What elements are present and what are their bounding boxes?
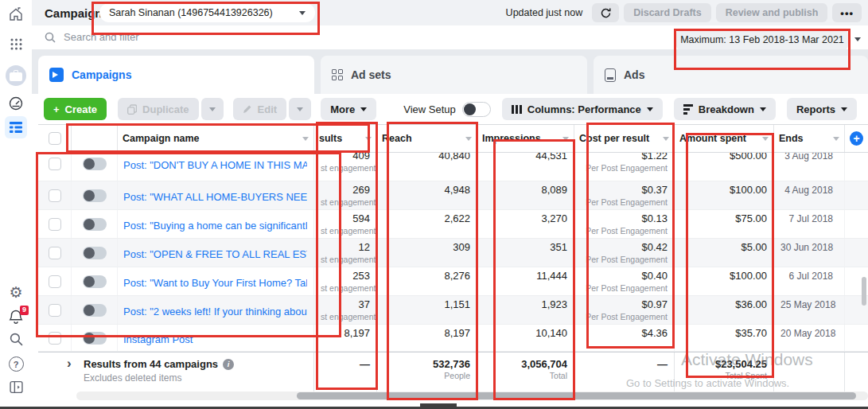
horizontal-scrollbar-thumb[interactable] bbox=[297, 392, 856, 399]
table-body: Post: "DON'T BUY A HOME IN THIS MARKET,.… bbox=[38, 153, 868, 352]
add-column-button[interactable]: + bbox=[845, 125, 868, 152]
campaign-name-link[interactable]: Post: "Buying a home can be significantl… bbox=[123, 220, 307, 232]
view-setup-toggle[interactable] bbox=[462, 102, 491, 117]
cost-type-label: Per Post Engagement bbox=[581, 225, 668, 236]
help-icon[interactable]: ? bbox=[0, 356, 32, 372]
column-header-reach[interactable]: Reach bbox=[377, 125, 477, 152]
campaign-name-link[interactable]: Post: "Want to Buy Your First Home? Take… bbox=[123, 277, 307, 289]
row-checkbox[interactable] bbox=[49, 275, 61, 288]
gauge-icon[interactable] bbox=[0, 95, 32, 111]
campaign-name-link[interactable]: Post: "WHAT ALL HOME-BUYERS NEED TO K... bbox=[123, 191, 307, 203]
select-all-checkbox[interactable] bbox=[49, 132, 61, 145]
sidebar-search-icon[interactable] bbox=[0, 333, 32, 346]
row-checkbox[interactable] bbox=[49, 247, 61, 259]
reports-button[interactable]: Reports bbox=[787, 98, 857, 120]
duplicate-button[interactable]: Duplicate bbox=[118, 98, 199, 120]
columns-button[interactable]: Columns: Performance bbox=[502, 98, 663, 120]
add-column-icon: + bbox=[850, 131, 863, 146]
campaign-name-link[interactable]: Post: "2 weeks left! If your thinking ab… bbox=[123, 306, 307, 317]
results-value: 37 bbox=[321, 298, 370, 311]
sort-icon bbox=[562, 137, 569, 141]
search-filter-input[interactable]: Search and filter bbox=[45, 31, 139, 43]
refresh-button[interactable] bbox=[592, 3, 619, 22]
results-type-label: st engagements bbox=[321, 254, 370, 265]
horizontal-scrollbar[interactable] bbox=[76, 391, 868, 400]
columns-icon bbox=[512, 105, 522, 114]
info-icon[interactable]: i bbox=[223, 359, 234, 370]
edit-menu-button[interactable] bbox=[289, 98, 311, 120]
apps-grid-icon[interactable] bbox=[0, 38, 32, 50]
campaign-name-link[interactable]: Post: "OPEN & FREE TO ALL REAL ESTATE A.… bbox=[123, 248, 307, 260]
reach-total: 532,736 bbox=[383, 358, 470, 371]
updated-status: Updated just now bbox=[506, 7, 583, 18]
results-value: 409 bbox=[321, 153, 370, 162]
campaign-active-toggle[interactable] bbox=[83, 247, 107, 259]
create-button[interactable]: + Create bbox=[44, 98, 107, 120]
campaign-active-toggle[interactable] bbox=[83, 218, 107, 231]
column-header-campaign-name[interactable]: Campaign name bbox=[118, 125, 314, 152]
notifications-bell-icon[interactable]: 9 bbox=[0, 309, 32, 328]
home-icon[interactable] bbox=[0, 6, 32, 22]
caret-down-icon bbox=[841, 107, 847, 111]
row-checkbox[interactable] bbox=[49, 218, 61, 231]
more-options-button[interactable]: ••• bbox=[832, 3, 862, 22]
caret-down-icon bbox=[360, 107, 367, 111]
row-checkbox[interactable] bbox=[49, 158, 61, 170]
vertical-scrollbar-thumb[interactable] bbox=[862, 277, 866, 306]
column-header-cost-per-result[interactable]: Cost per result bbox=[574, 125, 675, 152]
caret-down-icon bbox=[647, 107, 653, 111]
row-checkbox[interactable] bbox=[49, 189, 61, 202]
breakdown-button[interactable]: Breakdown bbox=[674, 98, 776, 120]
campaign-active-toggle[interactable] bbox=[83, 304, 107, 317]
date-range-selector[interactable]: Maximum: 13 Feb 2018-13 Mar 2021 bbox=[676, 29, 848, 50]
tab-ads[interactable]: Ads bbox=[594, 56, 868, 94]
campaign-active-toggle[interactable] bbox=[83, 189, 107, 202]
campaign-name-link[interactable]: Instagram Post bbox=[123, 333, 307, 345]
tab-campaigns[interactable]: Campaigns bbox=[38, 56, 314, 94]
sort-icon bbox=[833, 137, 839, 141]
tab-ad-sets[interactable]: Ad sets bbox=[321, 56, 587, 94]
campaign-name-link[interactable]: Post: "DON'T BUY A HOME IN THIS MARKET,.… bbox=[123, 159, 307, 171]
column-header-amount-spent[interactable]: Amount spent bbox=[675, 125, 774, 152]
campaign-active-toggle[interactable] bbox=[83, 158, 107, 170]
expand-chevron-icon[interactable]: › bbox=[67, 356, 72, 372]
sort-icon bbox=[302, 137, 309, 141]
ends-date: 6 Jul 2018 bbox=[780, 270, 838, 282]
cost-type-label: Per Post Engagement bbox=[581, 282, 668, 294]
results-value: 594 bbox=[321, 212, 370, 225]
impressions-value: 351 bbox=[484, 241, 567, 254]
actions-toolbar: + Create Duplicate Edit More View Setup … bbox=[32, 94, 868, 124]
results-total: — bbox=[321, 358, 370, 371]
column-header-results[interactable]: sults bbox=[314, 125, 377, 152]
ad-account-selector[interactable]: Sarah Sinanan (1496754413926326) bbox=[99, 3, 315, 22]
cost-type-label: Per Post Engagement bbox=[581, 254, 668, 265]
top-bar: Campaigns Sarah Sinanan (149675441392632… bbox=[32, 0, 868, 25]
row-checkbox[interactable] bbox=[49, 332, 61, 345]
campaign-active-toggle[interactable] bbox=[83, 332, 107, 345]
caret-down-icon[interactable] bbox=[854, 37, 861, 41]
reach-value: 1,151 bbox=[383, 298, 470, 311]
campaign-active-toggle[interactable] bbox=[83, 275, 107, 288]
ends-date: 30 Jun 2018 bbox=[780, 241, 838, 254]
account-avatar[interactable] bbox=[0, 65, 32, 86]
cost-per-result-value: $4.36 bbox=[581, 327, 668, 340]
cost-type-label: Per Post Engagement bbox=[581, 162, 668, 173]
expand-panel-icon[interactable] bbox=[0, 380, 32, 394]
edit-button[interactable]: Edit bbox=[233, 98, 287, 120]
campaigns-table-icon[interactable] bbox=[0, 116, 32, 138]
sort-icon bbox=[465, 137, 472, 141]
duplicate-menu-button[interactable] bbox=[201, 98, 224, 120]
discard-drafts-button[interactable]: Discard Drafts bbox=[624, 3, 710, 22]
more-button[interactable]: More bbox=[321, 98, 376, 120]
amount-spent-value: $500.00 bbox=[681, 153, 767, 162]
table-row: Post: "DON'T BUY A HOME IN THIS MARKET,.… bbox=[38, 153, 868, 181]
column-header-impressions[interactable]: Impressions bbox=[477, 125, 574, 152]
row-checkbox[interactable] bbox=[49, 304, 61, 317]
reach-value: 40,840 bbox=[383, 153, 470, 162]
reach-value: 8,197 bbox=[383, 327, 470, 340]
settings-gear-icon[interactable]: ⚙ bbox=[0, 285, 32, 300]
tab-campaigns-label: Campaigns bbox=[72, 68, 131, 81]
review-publish-button[interactable]: Review and publish bbox=[716, 3, 828, 22]
results-value: 253 bbox=[321, 270, 370, 282]
column-header-ends[interactable]: Ends bbox=[774, 125, 845, 152]
